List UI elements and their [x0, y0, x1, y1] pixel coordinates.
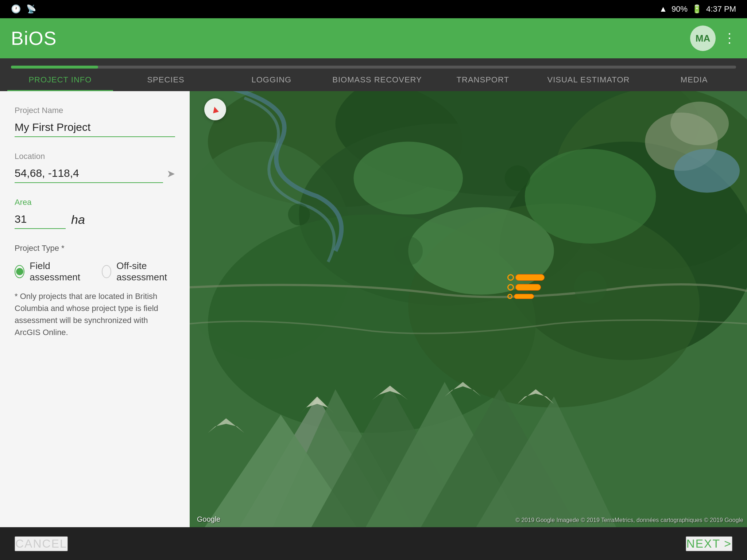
- radio-field-circle[interactable]: [15, 265, 24, 278]
- map-panel[interactable]: ▲ Google: [190, 91, 747, 527]
- time-display: 4:37 PM: [706, 4, 736, 14]
- progress-fill: [11, 66, 98, 69]
- avatar[interactable]: MA: [690, 26, 716, 51]
- google-watermark: Google: [197, 515, 221, 524]
- bottom-bar: CANCEL NEXT >: [0, 527, 747, 560]
- marker-circle-3: [507, 294, 512, 299]
- area-unit-label: ha: [71, 213, 85, 227]
- battery-icon: 🔋: [692, 4, 702, 14]
- status-right-icons: ▲ 90% 🔋 4:37 PM: [659, 4, 736, 14]
- area-group: Area ha: [15, 198, 175, 229]
- svg-point-9: [353, 142, 463, 215]
- project-name-group: Project Name: [15, 106, 175, 137]
- project-type-group: Project Type * Field assessment Off-site…: [15, 244, 175, 338]
- svg-point-11: [525, 149, 656, 244]
- project-name-label: Project Name: [15, 106, 175, 115]
- marker-circle-2: [507, 284, 514, 291]
- area-label: Area: [15, 198, 175, 207]
- marker-row-2: [507, 284, 541, 291]
- radio-field-inner: [16, 268, 23, 275]
- marker-pill-2: [515, 284, 541, 291]
- project-name-input[interactable]: [15, 118, 175, 137]
- location-arrow-icon[interactable]: ➤: [167, 168, 175, 180]
- tab-species[interactable]: SPECIES: [113, 71, 219, 91]
- location-label: Location: [15, 152, 175, 161]
- compass-arrow-icon: ▲: [209, 102, 221, 116]
- tab-visual-estimator[interactable]: VISUAL ESTIMATOR: [536, 71, 642, 91]
- map-markers[interactable]: [507, 274, 545, 299]
- cancel-button[interactable]: CANCEL: [15, 536, 68, 551]
- marker-pill-3: [514, 294, 534, 299]
- location-input[interactable]: [15, 164, 163, 183]
- header-right: MA ⋮: [690, 26, 736, 51]
- svg-point-29: [505, 166, 530, 191]
- app-title: BiOS: [11, 27, 57, 49]
- progress-track: [11, 66, 736, 69]
- marker-circle-1: [507, 274, 514, 281]
- map-container[interactable]: ▲ Google: [190, 91, 747, 527]
- radio-offsite-label: Off-site assessment: [116, 260, 175, 283]
- clock-icon: 🕐: [11, 4, 21, 14]
- tab-project-info[interactable]: PROJECT INFO: [7, 71, 113, 91]
- disclaimer-text: * Only projects that are located in Brit…: [15, 290, 175, 338]
- tab-media[interactable]: MEDIA: [641, 71, 747, 91]
- svg-point-30: [574, 271, 607, 304]
- main-content: Project Name Location ➤ Area ha Project …: [0, 91, 747, 527]
- marker-row-1: [507, 274, 545, 281]
- status-bar: 🕐 📡 ▲ 90% 🔋 4:37 PM: [0, 0, 747, 18]
- svg-point-27: [288, 203, 310, 225]
- area-input[interactable]: [15, 210, 66, 229]
- map-terrain-svg: [190, 91, 747, 527]
- project-type-label: Project Type *: [15, 244, 175, 253]
- map-compass[interactable]: ▲: [204, 98, 226, 120]
- status-icons: 🕐 📡: [11, 4, 36, 14]
- location-group: Location ➤: [15, 152, 175, 183]
- area-row: ha: [15, 210, 175, 229]
- radio-offsite-circle[interactable]: [102, 265, 111, 278]
- cast-icon: 📡: [26, 4, 36, 14]
- radio-group: Field assessment Off-site assessment: [15, 260, 175, 283]
- svg-point-28: [394, 236, 423, 265]
- location-row: ➤: [15, 164, 175, 183]
- tabs-container: PROJECT INFO SPECIES LOGGING BIOMASS REC…: [7, 71, 747, 91]
- battery-text: 90%: [671, 4, 688, 14]
- left-panel: Project Name Location ➤ Area ha Project …: [0, 91, 190, 527]
- radio-offsite-assessment[interactable]: Off-site assessment: [102, 260, 175, 283]
- svg-point-25: [670, 102, 729, 145]
- svg-point-26: [674, 149, 740, 193]
- tab-bar: PROJECT INFO SPECIES LOGGING BIOMASS REC…: [0, 58, 747, 91]
- radio-field-label: Field assessment: [30, 260, 83, 283]
- marker-pill-1: [515, 274, 545, 281]
- more-options-icon[interactable]: ⋮: [723, 31, 736, 46]
- radio-field-assessment[interactable]: Field assessment: [15, 260, 84, 283]
- marker-row-3: [507, 294, 534, 299]
- app-header: BiOS MA ⋮: [0, 18, 747, 58]
- wifi-icon: ▲: [659, 4, 667, 14]
- tab-transport[interactable]: TRANSPORT: [430, 71, 536, 91]
- tab-biomass-recovery[interactable]: BIOMASS RECOVERY: [324, 71, 430, 91]
- tab-logging[interactable]: LOGGING: [218, 71, 324, 91]
- next-button[interactable]: NEXT >: [686, 536, 732, 551]
- map-copyright: © 2019 Google Imagede © 2019 TerraMetric…: [515, 517, 743, 524]
